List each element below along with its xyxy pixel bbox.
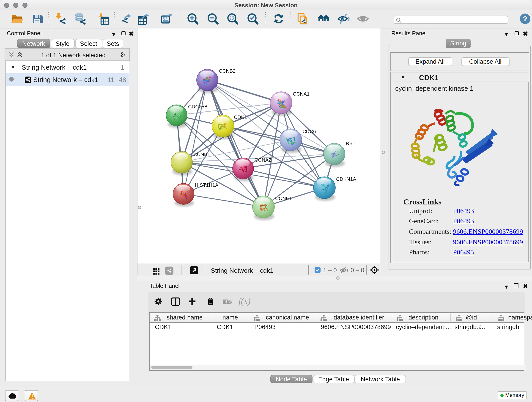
svg-text:CCNE1: CCNE1 bbox=[275, 195, 292, 201]
svg-text:CCNB2: CCNB2 bbox=[219, 68, 235, 74]
svg-text:CDK1: CDK1 bbox=[234, 114, 247, 120]
svg-text:CDC6: CDC6 bbox=[302, 128, 316, 134]
svg-text:CCNA2: CCNA2 bbox=[254, 157, 271, 162]
svg-text:CDC25B: CDC25B bbox=[188, 104, 207, 109]
svg-text:CDKN1A: CDKN1A bbox=[336, 176, 356, 182]
svg-text:CCNA1: CCNA1 bbox=[293, 91, 309, 96]
svg-text:?: ? bbox=[523, 15, 527, 23]
svg-text:HIST1H1A: HIST1H1A bbox=[195, 182, 218, 188]
svg-text:RB1: RB1 bbox=[346, 140, 355, 146]
svg-text:CCNB1: CCNB1 bbox=[193, 151, 210, 157]
